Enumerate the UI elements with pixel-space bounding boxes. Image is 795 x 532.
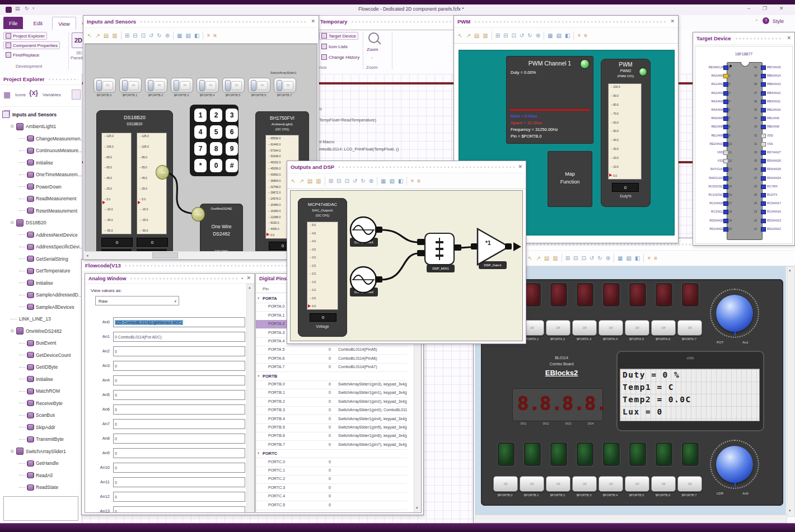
digital-pin-row[interactable]: PORTC.50 (256, 501, 407, 510)
close-icon[interactable]: ✕ (311, 19, 315, 24)
chip-pin-left[interactable] (723, 150, 728, 155)
ds18b20-slider-2[interactable]: 125.0105.085.065.045.025.05.0-15.0-35.0-… (137, 133, 167, 234)
digital-pin-row[interactable]: ▾PORTC (256, 449, 407, 458)
switch-lever[interactable] (251, 80, 256, 91)
keypad-key-1[interactable]: 1 (194, 109, 207, 122)
analog-row-value[interactable]: 0 (113, 390, 245, 400)
chip-pin-left[interactable] (723, 219, 728, 223)
select-cursor-icon[interactable]: ↖ (87, 33, 92, 39)
switch-lever[interactable] (148, 80, 153, 91)
remove-component-icon[interactable]: ⊟ (133, 33, 137, 39)
delete-all-icon[interactable]: ≡ (213, 33, 217, 39)
ldr-knob[interactable] (710, 440, 759, 489)
variables-icon[interactable]: {x} (29, 89, 38, 97)
board-vscrollbar[interactable]: ▴▾ (787, 266, 795, 517)
chip-pin-left[interactable] (723, 82, 728, 87)
switch-lever[interactable] (174, 80, 179, 91)
clone-icon[interactable]: ▥ (553, 256, 558, 261)
chip-pin-right[interactable] (761, 108, 766, 112)
port-switch[interactable]: On (274, 78, 296, 93)
board-hscrollbar[interactable] (475, 515, 787, 523)
pwm-duty-value[interactable]: 0 (612, 183, 639, 192)
onewire-connector-1[interactable]: 1-Wire (156, 165, 169, 180)
tree-item-inputs-and-sensors[interactable]: Inputs and Sensors (1, 109, 82, 121)
port-switch[interactable]: On (145, 78, 167, 93)
icon-lists-button[interactable]: Icon Lists (319, 43, 350, 50)
tree-item-gethandle[interactable]: GetHandle (1, 458, 82, 470)
minimize-icon[interactable]: ▪ (242, 276, 244, 281)
properties-icon[interactable]: ⊡ (581, 256, 586, 261)
chip-pin-left[interactable] (723, 65, 728, 70)
digital-pin-row[interactable]: PORTB.50SwitchArraySlider1(pin5), keypad… (256, 423, 407, 432)
chip-pin-left[interactable] (723, 185, 728, 189)
chip-pin-left[interactable] (723, 108, 728, 112)
digital-pin-row[interactable]: PORTC.20 (256, 475, 407, 484)
port-toggle-button[interactable]: Off (572, 320, 597, 336)
chip-pin-right[interactable] (761, 82, 766, 87)
port-switch[interactable]: On (119, 78, 142, 93)
copy-icon[interactable]: ▤ (104, 33, 109, 39)
chip-pin-right[interactable] (761, 142, 766, 147)
digital-pin-row[interactable]: PORTB.10SwitchArraySlider1(pin1), keypad… (256, 389, 407, 398)
undo-icon[interactable]: ↻ (25, 6, 29, 11)
analog-row-value[interactable]: 0 (113, 361, 245, 371)
tree-item-readall[interactable]: ReadAll (1, 469, 82, 482)
chip-pin-right[interactable] (761, 227, 766, 232)
grid-icon[interactable]: ▧ (556, 33, 561, 39)
ldr-knob-ball[interactable] (716, 446, 753, 483)
tree-item-ds18b20[interactable]: ⊟DS18B20 (1, 217, 82, 229)
close-icon[interactable]: ✕ (787, 36, 791, 41)
delete-icon[interactable]: × (577, 33, 581, 39)
analog-row-value[interactable]: 0 (113, 463, 245, 473)
tree-item-addressspecificdevi-[interactable]: AddressSpecificDevi... (1, 241, 82, 253)
style-menu[interactable]: Style (773, 18, 784, 24)
icons-grid-icon[interactable]: ▦ (3, 90, 13, 100)
delete-all-icon[interactable]: ≡ (584, 33, 587, 39)
port-toggle-button[interactable]: Off (520, 476, 544, 492)
tree-item-powerdown[interactable]: PowerDown (1, 181, 82, 193)
remove-component-icon[interactable]: ⊟ (573, 256, 578, 261)
switch-lever[interactable] (122, 80, 128, 91)
keypad-key-5[interactable]: 5 (210, 125, 222, 139)
panel-tab-icon[interactable] (72, 90, 81, 100)
chip-pin-right[interactable] (761, 125, 766, 129)
select-cursor-icon[interactable]: ↖ (528, 256, 532, 261)
zoom-button[interactable]: Zoom (367, 47, 378, 52)
clone-icon[interactable]: ▥ (112, 33, 117, 39)
switch-lever[interactable] (277, 80, 282, 91)
chip-pin-left[interactable] (723, 227, 728, 232)
tree-item-gettemperature[interactable]: GetTemperature (1, 265, 82, 277)
properties-icon[interactable]: ⊡ (141, 33, 145, 39)
port-toggle-button[interactable]: Off (546, 476, 570, 492)
analog-row-value[interactable]: 0 (113, 375, 245, 385)
tree-item-getserialstring[interactable]: GetSerialString (1, 253, 82, 265)
analog-row-value[interactable]: 0 (113, 419, 245, 429)
snap-icon[interactable]: ◧ (398, 178, 403, 184)
tree-item-addressnextdevice[interactable]: AddressNextDevice (1, 229, 82, 241)
zoom-minus[interactable]: - (371, 55, 373, 60)
analog-row-value[interactable]: 0 (113, 346, 245, 356)
rotate-right-icon[interactable]: ↻ (597, 256, 602, 261)
multi-select-icon[interactable]: ↗ (466, 33, 470, 39)
chip-pin-left[interactable] (723, 201, 728, 206)
align-icon[interactable]: ▦ (618, 256, 623, 261)
chip-pin-right[interactable] (761, 100, 766, 104)
keypad-key-9[interactable]: 9 (226, 142, 238, 156)
tab-view[interactable]: View (52, 17, 76, 30)
delete-icon[interactable]: × (410, 178, 414, 184)
port-toggle-button[interactable]: Off (677, 320, 702, 336)
analog-row-value[interactable]: 0 (113, 506, 245, 513)
close-button[interactable]: ✕ (779, 6, 784, 11)
chip-pin-right[interactable] (761, 150, 766, 155)
pot-knob[interactable] (710, 289, 759, 338)
tree-item-samplealldevices[interactable]: SampleAllDevices (1, 301, 82, 313)
chip-pin-left[interactable] (723, 125, 728, 129)
tree-item-readmeasurement[interactable]: ReadMeasurement (1, 193, 82, 205)
snap-icon[interactable]: ◧ (635, 256, 640, 261)
delete-all-icon[interactable]: ≡ (417, 178, 420, 184)
chip-pin-right[interactable] (761, 159, 766, 163)
chip-pin-right[interactable] (761, 176, 766, 181)
multi-select-icon[interactable]: ↗ (299, 178, 303, 184)
chip-pin-right[interactable] (761, 167, 766, 172)
icons-tab-label[interactable]: Icons (15, 92, 26, 97)
